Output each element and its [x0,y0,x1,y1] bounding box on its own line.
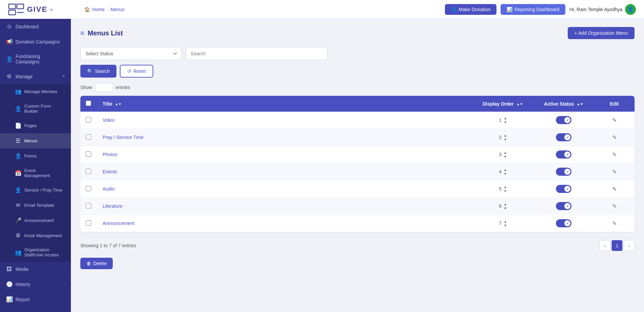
row-checkbox-5[interactable] [86,203,91,208]
row-checkbox-0[interactable] [86,117,91,122]
sidebar-item-history[interactable]: 🕐 History › [0,277,71,292]
sidebar-item-kiosk-management[interactable]: 🖥 Kiosk Management [0,228,71,243]
make-donation-button[interactable]: 👤 Make Donation [445,4,497,15]
entries-input[interactable]: 10 [95,83,113,92]
sidebar-item-media[interactable]: 🖼 Media › [0,262,71,277]
order-down-4[interactable]: ▼ [504,189,507,193]
order-up-1[interactable]: ▲ [504,134,507,137]
sidebar-item-forms[interactable]: 👤 Forms [0,148,71,164]
edit-icon-2[interactable]: ✎ [612,152,617,158]
status-sort-icon[interactable]: ▲▼ [576,103,583,106]
row-title-link-1[interactable]: Pray / Service Time [103,135,143,140]
row-title-2: Photos [97,146,473,163]
row-title-link-3[interactable]: Events [103,169,117,174]
sidebar-item-event-management[interactable]: 📅 Event Management › [0,164,71,182]
search-button[interactable]: 🔍 Search [80,65,116,78]
search-input[interactable] [186,47,327,60]
row-title-link-0[interactable]: Video [103,117,115,123]
sidebar-item-email-template[interactable]: ✉ Email Template [0,198,71,213]
sidebar-item-donation-campaigns[interactable]: 📢 Donation Campaigns [0,34,71,49]
sidebar-item-org-staff[interactable]: 👥 Organization Staff/User Access [0,243,71,262]
reporting-dashboard-button[interactable]: 📊 Reporting Dashboard [501,4,565,15]
select-all-checkbox[interactable] [86,101,91,106]
row-checkbox-4[interactable] [86,186,91,191]
user-avatar: 👤 [625,4,636,15]
toggle-4[interactable]: ✓ [556,185,571,193]
reset-button[interactable]: ↺ Reset [120,65,153,78]
row-title-link-5[interactable]: Literature [103,203,123,209]
edit-icon-6[interactable]: ✎ [612,221,617,226]
row-title-link-4[interactable]: Audio [103,186,115,192]
order-down-0[interactable]: ▼ [504,120,507,124]
order-up-3[interactable]: ▲ [504,168,507,172]
svg-rect-1 [17,4,24,9]
status-select[interactable]: Select StatusActiveInactive [80,47,182,60]
sidebar: ⊙ Dashboard 📢 Donation Campaigns 👤 Fundr… [0,19,71,312]
delete-button[interactable]: 🗑 Delete [80,258,113,269]
col-header-check [80,96,97,112]
order-up-4[interactable]: ▲ [504,185,507,189]
order-down-3[interactable]: ▼ [504,172,507,176]
toggle-0[interactable]: ✓ [556,116,571,124]
sidebar-item-menus[interactable]: ☰ Menus [0,133,71,148]
breadcrumb-home-icon: 🏠 [84,7,90,12]
order-down-2[interactable]: ▼ [504,155,507,159]
edit-icon-5[interactable]: ✎ [612,203,617,209]
row-checkbox-1[interactable] [86,134,91,140]
sidebar-item-ticket-system[interactable]: 🎫 Ticket System [0,307,71,312]
pagination-next[interactable]: › [624,240,635,251]
row-checkbox-6[interactable] [86,220,91,226]
order-down-5[interactable]: ▼ [504,206,507,210]
edit-icon-1[interactable]: ✎ [612,135,617,140]
edit-icon-4[interactable]: ✎ [612,186,617,192]
add-organization-menu-button[interactable]: + Add Organization Menu [568,27,635,39]
breadcrumb-home-link[interactable]: Home [92,7,105,12]
toggle-5[interactable]: ✓ [556,202,571,210]
order-up-0[interactable]: ▲ [504,116,507,120]
row-title-link-2[interactable]: Photos [103,152,117,157]
sidebar-item-announcement[interactable]: 🎤 Announcement [0,213,71,228]
col-header-display-order: Display Order ▲▼ [473,96,533,112]
order-up-6[interactable]: ▲ [504,220,507,223]
row-status-5: ✓ [533,198,594,215]
menus-table-wrap: Title ▲▼ Display Order ▲▼ Active Status … [80,96,635,232]
sidebar-item-fundraising-campaigns[interactable]: 👤 Fundraising Campaigns [0,49,71,69]
breadcrumb-current-link[interactable]: Menus [110,7,125,12]
edit-icon-0[interactable]: ✎ [612,117,617,123]
order-sort-icon[interactable]: ▲▼ [516,103,523,106]
make-donation-label: Make Donation [459,7,490,12]
row-check-1 [80,129,97,146]
toggle-3[interactable]: ✓ [556,168,571,176]
order-down-6[interactable]: ▼ [504,224,507,227]
sidebar-submenu-manage: 👥 Manage Member › 👤 Custom Form Builder … [0,84,71,262]
order-arrows-6: ▲ ▼ [504,220,507,227]
sidebar-item-service-pray-time[interactable]: 👤 Service / Pray Time [0,182,71,198]
sidebar-item-manage[interactable]: ⚙ Manage ▾ [0,69,71,84]
sidebar-item-dashboard[interactable]: ⊙ Dashboard [0,19,71,34]
edit-icon-3[interactable]: ✎ [612,169,617,175]
sidebar-item-pages[interactable]: 📄 Pages [0,118,71,133]
pagination-page-1[interactable]: 1 [612,240,622,251]
row-title-link-6[interactable]: Announcement [103,221,134,226]
title-sort-icon[interactable]: ▲▼ [115,103,122,106]
pagination-prev[interactable]: ‹ [599,240,610,251]
row-checkbox-2[interactable] [86,151,91,157]
order-down-1[interactable]: ▼ [504,138,507,141]
toggle-2[interactable]: ✓ [556,150,571,159]
sidebar-label-pages: Pages [24,123,37,128]
sidebar-item-custom-form-builder[interactable]: 👤 Custom Form Builder [0,99,71,118]
toggle-1[interactable]: ✓ [556,133,571,141]
dashboard-icon: ⊙ [6,23,12,30]
history-icon: 🕐 [6,281,12,287]
showing-text: Showing 1 to 7 of 7 entries [80,243,136,248]
order-up-2[interactable]: ▲ [504,151,507,154]
show-entries: Show 10 entries [80,83,635,92]
row-status-0: ✓ [533,112,594,129]
sidebar-label-manage-member: Manage Member [24,89,57,94]
row-checkbox-3[interactable] [86,169,91,174]
row-status-6: ✓ [533,215,594,232]
sidebar-item-report[interactable]: 📊 Report [0,292,71,307]
sidebar-item-manage-member[interactable]: 👥 Manage Member › [0,84,71,99]
order-up-5[interactable]: ▲ [504,202,507,206]
toggle-6[interactable]: ✓ [556,219,571,227]
